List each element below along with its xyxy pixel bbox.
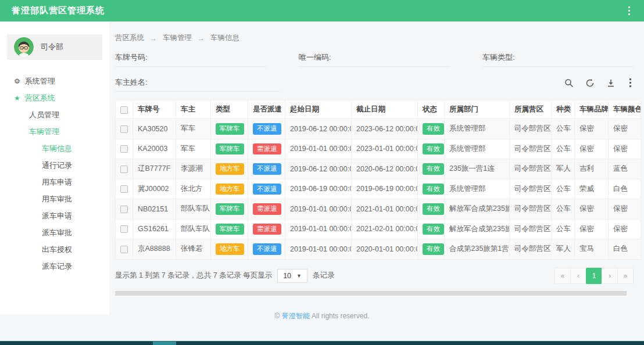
cell-plate: 冀J00002 <box>133 179 176 199</box>
cell-brand: 宝马 <box>575 239 609 260</box>
column-header-dept: 所属部门 <box>445 100 510 119</box>
row-checkbox[interactable] <box>120 166 128 173</box>
cell-dispatch: 需派遣 <box>248 219 285 239</box>
user-card[interactable]: 司令部 <box>7 34 102 60</box>
sidebar-item-label: 派车记录 <box>42 261 72 272</box>
row-checkbox[interactable] <box>120 225 128 233</box>
breadcrumb-item-营区系统[interactable]: 营区系统 <box>115 33 144 43</box>
page-button-1[interactable]: 1 <box>586 268 602 284</box>
filter-label: 车辆类型: <box>482 52 515 63</box>
type-badge: 军牌车 <box>216 143 244 155</box>
sidebar-item-label: 车辆信息 <box>42 143 72 154</box>
cell-brand: 保密 <box>575 219 609 239</box>
filter-field-车主姓名: 车主姓名: <box>115 77 280 92</box>
select-all-header <box>116 100 133 119</box>
dispatch-badge: 不派遣 <box>253 243 281 255</box>
filter-input[interactable] <box>151 54 266 63</box>
cell-plate: 京A88888 <box>133 239 176 260</box>
sidebar: 司令部 ⚙系统管理★营区系统人员管理车辆管理车辆信息通行记录用车申请用车审批派车… <box>0 21 109 315</box>
first-page-button[interactable]: « <box>554 268 571 284</box>
cell-status: 有效 <box>418 199 445 220</box>
cell-type: 地方车 <box>211 239 248 260</box>
type-badge: 军牌车 <box>216 123 244 135</box>
breadcrumb-item-车辆管理[interactable]: 车辆管理 <box>163 33 192 43</box>
sidebar-item-营区系统[interactable]: ★营区系统 <box>0 89 109 106</box>
horizontal-scrollbar[interactable] <box>115 291 627 296</box>
filter-label: 车牌号码: <box>115 52 148 63</box>
cell-dept: 合成第235旅第1营 <box>445 239 510 260</box>
sidebar-item-用车审批[interactable]: 用车审批 <box>0 191 109 207</box>
row-checkbox[interactable] <box>120 145 128 153</box>
sidebar-item-label: 出车授权 <box>42 245 72 255</box>
row-checkbox[interactable] <box>120 125 128 133</box>
status-badge: 有效 <box>423 143 444 155</box>
bottom-scrollbar-thumb[interactable] <box>153 342 176 345</box>
last-page-button[interactable]: » <box>617 268 634 284</box>
pagination-bar: 显示第 1 到第 7 条记录，总共 7 条记录 每页显示 10 ▼ 条记录 «‹… <box>115 268 634 284</box>
sidebar-item-车辆信息[interactable]: 车辆信息 <box>0 140 109 157</box>
gear-icon: ⚙ <box>14 78 20 85</box>
cell-camp: 司令部营区 <box>510 159 552 179</box>
sidebar-item-车辆管理[interactable]: 车辆管理 <box>0 123 109 140</box>
table-row: GS16261部队车队军牌车需派遣2019-01-01 00:00:002021… <box>116 219 641 239</box>
sidebar-item-用车申请[interactable]: 用车申请 <box>0 174 109 191</box>
download-icon[interactable] <box>606 78 616 88</box>
cell-dispatch: 不派遣 <box>248 119 285 139</box>
refresh-icon[interactable] <box>585 78 595 88</box>
cell-color: 保密 <box>609 119 641 139</box>
sidebar-item-label: 派车申请 <box>42 211 72 221</box>
cell-dept: 解放军合成第235旅 <box>445 199 510 220</box>
cell-color: 保密 <box>609 139 641 159</box>
cell-dept: 235旅一营1连 <box>445 159 510 179</box>
header-more-icon[interactable] <box>626 4 632 17</box>
cell-type: 地方车 <box>211 179 248 199</box>
cell-color: 保密 <box>609 219 641 239</box>
sidebar-item-人员管理[interactable]: 人员管理 <box>0 106 109 123</box>
sidebar-item-系统管理[interactable]: ⚙系统管理 <box>0 73 109 89</box>
filter-input[interactable] <box>151 79 280 88</box>
prev-page-button[interactable]: ‹ <box>570 268 586 284</box>
cell-start: 2019-01-01 00:00:00 <box>285 239 352 260</box>
type-badge: 地方车 <box>216 184 244 195</box>
sidebar-item-通行记录[interactable]: 通行记录 <box>0 157 109 174</box>
cell-dispatch: 不派遣 <box>248 159 285 179</box>
row-checkbox[interactable] <box>120 206 128 213</box>
cell-plate: KA20003 <box>133 139 176 159</box>
sidebar-menu: ⚙系统管理★营区系统人员管理车辆管理车辆信息通行记录用车申请用车审批派车申请派车… <box>0 73 109 275</box>
cell-end: 2023-01-01 00:00:00 <box>352 139 418 159</box>
table-row: KA30520军车军牌车不派遣2019-06-12 00:00:002023-0… <box>116 119 641 139</box>
filter-label: 车主姓名: <box>115 77 148 88</box>
page-size-select[interactable]: 10 ▼ <box>277 269 307 283</box>
columns-more-icon[interactable] <box>627 76 634 89</box>
table-row: 京A88888张锋若地方车不派遣2019-01-01 00:00:002020-… <box>116 239 641 260</box>
filter-input[interactable] <box>518 54 634 63</box>
cell-check <box>116 239 133 260</box>
sidebar-item-派车记录[interactable]: 派车记录 <box>0 258 109 275</box>
select-all-checkbox[interactable] <box>120 106 128 114</box>
sidebar-item-派车申请[interactable]: 派车申请 <box>0 207 109 224</box>
cell-brand: 保密 <box>575 119 609 139</box>
cell-color: 蓝色 <box>609 159 641 179</box>
sidebar-item-派车审批[interactable]: 派车审批 <box>0 224 109 241</box>
cell-check <box>116 199 133 220</box>
cell-type: 军牌车 <box>211 219 248 239</box>
cell-end: 2020-01-01 00:00:00 <box>352 239 418 260</box>
sidebar-item-出车授权[interactable]: 出车授权 <box>0 241 109 258</box>
main-content: 营区系统→车辆管理→车辆信息 车牌号码:唯一编码:车辆类型: 车主姓名: <box>109 21 644 296</box>
cell-kind: 公车 <box>552 139 575 159</box>
cell-owner: 军车 <box>176 119 211 139</box>
cell-color: 白色 <box>609 179 641 199</box>
cell-status: 有效 <box>418 239 445 260</box>
filter-input[interactable] <box>335 54 450 63</box>
cell-kind: 公车 <box>552 219 575 239</box>
brand-link[interactable]: 誉澄智能 <box>282 312 310 320</box>
row-checkbox[interactable] <box>120 246 128 253</box>
column-header-brand: 车辆品牌 <box>575 100 609 119</box>
cell-plate: GS16261 <box>133 219 176 239</box>
next-page-button[interactable]: › <box>602 268 618 284</box>
column-header-plate: 车牌号 <box>133 100 176 119</box>
search-icon[interactable] <box>564 78 574 88</box>
breadcrumb-item-车辆信息[interactable]: 车辆信息 <box>210 33 239 43</box>
row-checkbox[interactable] <box>120 185 128 193</box>
cell-start: 2019-01-01 00:00:00 <box>285 219 352 239</box>
